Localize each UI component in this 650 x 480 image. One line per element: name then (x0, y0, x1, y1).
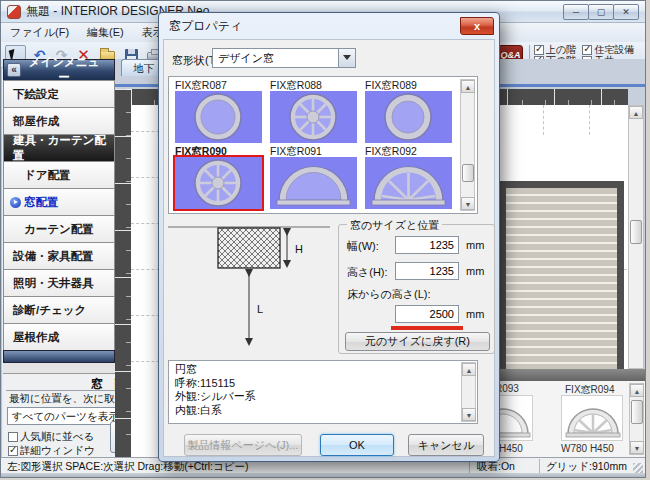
palette-header-band (485, 369, 645, 381)
checkbox-icon[interactable] (8, 446, 18, 456)
sidebar-header: « メインメニュー (3, 59, 115, 81)
window-thumbnail-circle-plain[interactable] (365, 91, 452, 143)
floor-height-label: 床からの高さ(L): (347, 287, 431, 302)
window-frame-bottom (1, 473, 645, 477)
sidebar-item-curtain[interactable]: カーテン配置 (3, 215, 115, 243)
desc-line: 内観:白系 (175, 404, 256, 418)
product-info-button[interactable]: 製品情報ページへ(J)... (184, 434, 302, 456)
sidebar-item-lighting[interactable]: 照明・天井器具 (3, 269, 115, 297)
ok-button[interactable]: OK (320, 434, 394, 456)
scroll-down-icon[interactable]: ▼ (630, 441, 644, 454)
sidebar-item-door[interactable]: ドア配置 (3, 161, 115, 189)
grid-item-r092[interactable]: FIX窓R092 (365, 145, 453, 209)
close-button[interactable]: ✕ (613, 4, 639, 20)
description-box: 円窓 呼称:115115 外観:シルバー系 内観:白系 ▲ ▼ (168, 360, 478, 424)
width-label: 幅(W): (347, 239, 379, 254)
l-dimension-label: L (257, 303, 263, 315)
sidebar-item-roof[interactable]: 屋根作成 (3, 323, 115, 351)
scroll-up-icon[interactable]: ▲ (461, 80, 475, 93)
maximize-button[interactable]: ▢ (588, 4, 614, 20)
group-title: 窓のサイズと位置 (347, 218, 442, 233)
dimension-diagram: H L (168, 218, 330, 354)
desc-line: 外観:シルバー系 (175, 390, 256, 404)
parts-palette: R093 FIX窓R094 (485, 369, 645, 457)
detail-window-check[interactable]: 詳細ウィンドウ (8, 444, 95, 458)
window-properties-dialog: 窓プロパティ x 窓形状(T): デザイン窓 FIX窓R087 FIX窓R088 (158, 12, 500, 462)
palette-item-size: H450 (499, 443, 523, 454)
dialog-title: 窓プロパティ (169, 18, 242, 35)
minimize-button[interactable]: ─ (563, 4, 589, 20)
dialog-buttons: 製品情報ページへ(J)... OK キャンセル (164, 434, 494, 458)
desc-line: 呼称:115115 (175, 377, 256, 391)
window-thumbnail-arch-plain[interactable] (270, 157, 357, 209)
app-icon (7, 5, 21, 19)
window-thumbnail-arch-spokes[interactable] (365, 157, 452, 209)
menu-edit[interactable]: 編集(E) (78, 23, 133, 42)
grid-item-r091[interactable]: FIX窓R091 (270, 145, 358, 209)
window-type-grid: FIX窓R087 FIX窓R088 (168, 76, 478, 214)
size-position-group: 窓のサイズと位置 幅(W): mm 高さ(H): mm 床からの高さ(L): m… (338, 224, 495, 354)
palette-item-size: W780 H450 (561, 443, 614, 454)
height-input[interactable] (395, 262, 459, 280)
desc-line: 円窓 (175, 363, 256, 377)
sidebar-section-partial (3, 350, 115, 363)
screen: 無題 - INTERIOR DESIGNER Neo ─ ▢ ✕ ファイル(F)… (0, 0, 650, 480)
grid-item-r088[interactable]: FIX窓R088 (270, 79, 358, 143)
popular-sort-check[interactable]: 人気順に並べる (8, 430, 94, 444)
sidebar-item-fittings[interactable]: 建具・カーテン配置 (3, 134, 115, 162)
grid-item-r087[interactable]: FIX窓R087 (175, 79, 263, 143)
scroll-up-icon[interactable]: ▲ (630, 384, 644, 397)
sidebar-item-furniture[interactable]: 設備・家具配置 (3, 242, 115, 270)
collapse-sidebar-button[interactable]: « (7, 63, 21, 77)
grid-scrollbar[interactable]: ▲ ▼ (460, 79, 475, 211)
sidebar-item-room[interactable]: 部屋作成 (3, 107, 115, 135)
canvas-vertical-scrollbar[interactable]: ▲ (628, 105, 644, 369)
current-item-icon (10, 197, 21, 208)
scrollbar-thumb[interactable] (462, 164, 474, 182)
sidebar-item-diagnosis[interactable]: 診断/チェック (3, 296, 115, 324)
sidebar-item-window[interactable]: 窓配置 (3, 188, 115, 216)
status-hint: 左:図形選択 SPACE:次選択 Drag:移動(+Ctrl:コピー) (7, 460, 249, 474)
cancel-button[interactable]: キャンセル (408, 434, 484, 456)
status-grid: グリッド:910mm (546, 460, 627, 474)
h-dimension-label: H (295, 243, 303, 255)
scrollbar-thumb[interactable] (631, 400, 643, 424)
palette-scrollbar[interactable]: ▲ ▼ (629, 383, 644, 455)
red-highlight-underline (391, 326, 463, 330)
main-menu-sidebar: « メインメニュー 下絵設定 部屋作成 建具・カーテン配置 ドア配置 窓配置 カ… (3, 59, 115, 373)
scroll-up-icon[interactable]: ▲ (462, 363, 476, 376)
height-unit: mm (466, 265, 484, 277)
grid-item-r089[interactable]: FIX窓R089 (365, 79, 453, 143)
dialog-client: 窓形状(T): デザイン窓 FIX窓R087 FIX窓R088 (163, 39, 495, 457)
window-thumbnail-circle-spokes[interactable] (270, 91, 357, 143)
scroll-up-icon[interactable]: ▲ (629, 106, 643, 119)
reset-size-button[interactable]: 元のサイズに戻す(R) (345, 332, 490, 351)
scroll-down-icon[interactable]: ▼ (462, 408, 476, 421)
scrollbar-thumb[interactable] (630, 220, 642, 244)
description-scrollbar[interactable]: ▲ ▼ (461, 362, 476, 422)
dialog-close-button[interactable]: x (460, 17, 494, 35)
window-shape-dropdown[interactable]: デザイン窓 (212, 48, 356, 68)
scroll-down-icon[interactable]: ▼ (461, 197, 475, 210)
height-label: 高さ(H): (347, 265, 388, 280)
palette-thumbnail-arch-spokes[interactable] (561, 395, 623, 441)
chevron-down-icon[interactable] (338, 49, 355, 67)
floor-height-unit: mm (466, 308, 484, 320)
checkbox-icon[interactable] (582, 45, 592, 55)
width-input[interactable] (395, 236, 459, 254)
window-thumbnail-circle-plain[interactable] (175, 91, 262, 143)
width-unit: mm (466, 239, 484, 251)
resize-grip[interactable] (633, 463, 643, 473)
window-thumbnail-circle-spokes[interactable] (175, 157, 262, 209)
floor-height-input[interactable] (395, 305, 459, 323)
vertical-ruler (115, 89, 131, 457)
status-snap: 吸着:On (477, 460, 515, 474)
grid-item-r090-selected[interactable]: FIX窓R090 (175, 145, 263, 209)
checkbox-icon[interactable] (8, 432, 18, 442)
menu-file[interactable]: ファイル(F) (1, 23, 78, 42)
